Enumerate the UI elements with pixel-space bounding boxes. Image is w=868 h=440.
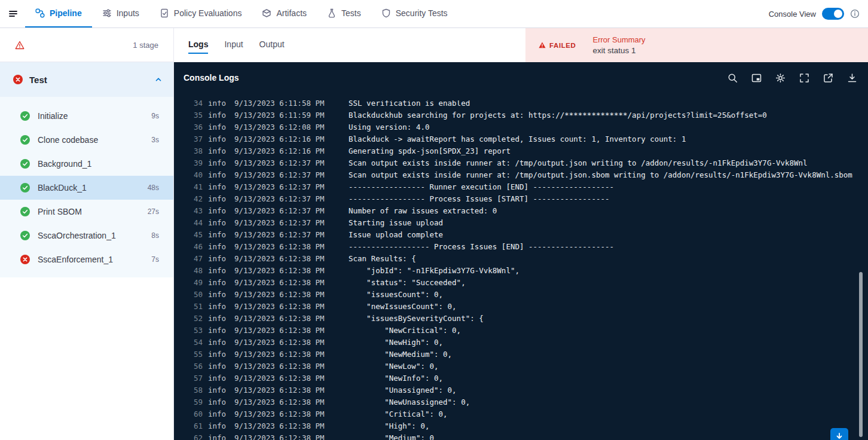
tab-input[interactable]: Input: [224, 36, 243, 54]
console-title: Console Logs: [184, 73, 239, 82]
log-message: Issue upload complete: [349, 229, 443, 241]
fullscreen-icon[interactable]: [799, 73, 809, 83]
log-timestamp: 9/13/2023 6:12:38 PM: [234, 420, 328, 432]
tab-artifacts[interactable]: Artifacts: [252, 0, 317, 28]
nav-tabs: Pipeline Inputs Policy Evaluations Artif…: [25, 0, 458, 28]
tab-label: Inputs: [117, 8, 139, 18]
error-summary-band: FAILED Error Summary exit status 1: [525, 28, 868, 62]
log-level: info: [208, 325, 226, 337]
log-area[interactable]: 34 info 9/13/2023 6:11:58 PM SSL verific…: [174, 100, 868, 440]
tab-inputs[interactable]: Inputs: [92, 0, 149, 28]
log-line-number: 39: [190, 157, 203, 169]
log-timestamp: 9/13/2023 6:12:38 PM: [234, 313, 328, 325]
log-message: "NewMedium": 0,: [349, 349, 452, 360]
arrow-down-icon: [835, 432, 843, 440]
main-panel: Logs Input Output FAILED Error Summary e…: [174, 28, 868, 440]
settings-gear-icon[interactable]: [775, 73, 786, 83]
log-message: "status": "Succeeded",: [349, 277, 466, 289]
nav-menu-icon[interactable]: [8, 9, 18, 19]
step-duration: 8s: [151, 231, 159, 240]
step-duration: 9s: [151, 112, 159, 120]
step-name: SscaOrchestration_1: [38, 231, 116, 240]
log-line: 38 info 9/13/2023 6:12:16 PM Generating …: [174, 145, 868, 157]
log-message: Blackduckhub searching for projects at: …: [349, 109, 767, 121]
log-line: 43 info 9/13/2023 6:12:37 PM Number of r…: [174, 205, 868, 217]
step-row[interactable]: Background_1: [0, 152, 173, 176]
log-line: 34 info 9/13/2023 6:11:58 PM SSL verific…: [174, 100, 868, 109]
log-timestamp: 9/13/2023 6:12:38 PM: [234, 384, 328, 396]
open-in-new-icon[interactable]: [823, 73, 833, 83]
failed-badge-label: FAILED: [549, 42, 576, 49]
log-line-number: 54: [190, 337, 203, 349]
tab-policy-evaluations[interactable]: Policy Evaluations: [149, 0, 252, 28]
step-status-icon: [20, 255, 30, 264]
log-level: info: [208, 372, 226, 384]
log-line: 37 info 9/13/2023 6:12:16 PM Blackduck -…: [174, 133, 868, 145]
log-line: 60 info 9/13/2023 6:12:38 PM "Critical":…: [174, 408, 868, 420]
log-line: 44 info 9/13/2023 6:12:37 PM Starting is…: [174, 217, 868, 229]
step-row[interactable]: SscaEnforcement_1 7s: [0, 248, 173, 271]
log-line: 39 info 9/13/2023 6:12:37 PM Scan output…: [174, 157, 868, 169]
warning-triangle-icon: [15, 41, 25, 50]
scrollbar[interactable]: [859, 272, 863, 437]
log-level: info: [208, 289, 226, 301]
log-timestamp: 9/13/2023 6:12:38 PM: [234, 396, 328, 408]
step-row[interactable]: SscaOrchestration_1 8s: [0, 224, 173, 248]
log-timestamp: 9/13/2023 6:12:38 PM: [234, 253, 328, 265]
log-timestamp: 9/13/2023 6:12:37 PM: [234, 217, 328, 229]
step-status-icon: [20, 159, 30, 169]
step-duration: 48s: [148, 184, 159, 192]
log-line-number: 48: [190, 265, 203, 277]
scroll-to-bottom-button[interactable]: [830, 428, 848, 440]
chevron-up-icon[interactable]: [154, 75, 163, 84]
stage-test[interactable]: Test: [0, 62, 173, 97]
search-icon[interactable]: [728, 73, 738, 83]
panel-icon[interactable]: [751, 73, 762, 83]
tab-logs[interactable]: Logs: [188, 36, 208, 54]
step-row[interactable]: Print SBOM 27s: [0, 200, 173, 224]
tab-tests[interactable]: Tests: [317, 0, 371, 28]
log-timestamp: 9/13/2023 6:12:38 PM: [234, 349, 328, 360]
log-message: Scan output exists inside runner at: /tm…: [349, 169, 852, 181]
log-line-number: 49: [190, 277, 203, 289]
console-view-toggle[interactable]: [822, 8, 844, 20]
log-line-number: 61: [190, 420, 203, 432]
top-navigation: Pipeline Inputs Policy Evaluations Artif…: [0, 0, 868, 28]
log-line-number: 42: [190, 193, 203, 205]
log-line-number: 58: [190, 384, 203, 396]
log-line-number: 60: [190, 408, 203, 420]
log-timestamp: 9/13/2023 6:12:37 PM: [234, 157, 328, 169]
log-line-number: 44: [190, 217, 203, 229]
log-level: info: [208, 313, 226, 325]
log-level: info: [208, 217, 226, 229]
tab-output[interactable]: Output: [259, 36, 285, 54]
tab-pipeline[interactable]: Pipeline: [25, 0, 92, 28]
log-message: Scan output exists inside runner at: /tm…: [349, 157, 808, 169]
log-line: 36 info 9/13/2023 6:12:08 PM Using versi…: [174, 121, 868, 133]
log-line-number: 35: [190, 109, 203, 121]
step-row[interactable]: Initialize 9s: [0, 104, 173, 128]
step-row[interactable]: Clone codebase 3s: [0, 128, 173, 152]
step-name: BlackDuck_1: [38, 183, 87, 192]
log-message: ----------------- Process Issues [START]…: [349, 193, 610, 205]
log-level: info: [208, 205, 226, 217]
log-level: info: [208, 396, 226, 408]
tab-security-tests[interactable]: Security Tests: [371, 0, 458, 28]
log-timestamp: 9/13/2023 6:12:37 PM: [234, 205, 328, 217]
log-line: 41 info 9/13/2023 6:12:37 PM -----------…: [174, 181, 868, 193]
log-line-number: 52: [190, 313, 203, 325]
console-actions: [728, 73, 857, 83]
log-line-number: 53: [190, 325, 203, 337]
log-timestamp: 9/13/2023 6:12:08 PM: [234, 121, 328, 133]
log-timestamp: 9/13/2023 6:12:38 PM: [234, 301, 328, 313]
log-level: info: [208, 157, 226, 169]
info-icon[interactable]: [850, 9, 860, 19]
log-timestamp: 9/13/2023 6:12:37 PM: [234, 169, 328, 181]
log-level: info: [208, 145, 226, 157]
log-line-number: 56: [190, 360, 203, 372]
step-name: Clone codebase: [38, 135, 98, 145]
step-name: SscaEnforcement_1: [38, 255, 113, 264]
log-message: "issuesCount": 0,: [349, 289, 443, 301]
step-row[interactable]: BlackDuck_1 48s: [0, 176, 173, 200]
download-icon[interactable]: [847, 73, 857, 83]
